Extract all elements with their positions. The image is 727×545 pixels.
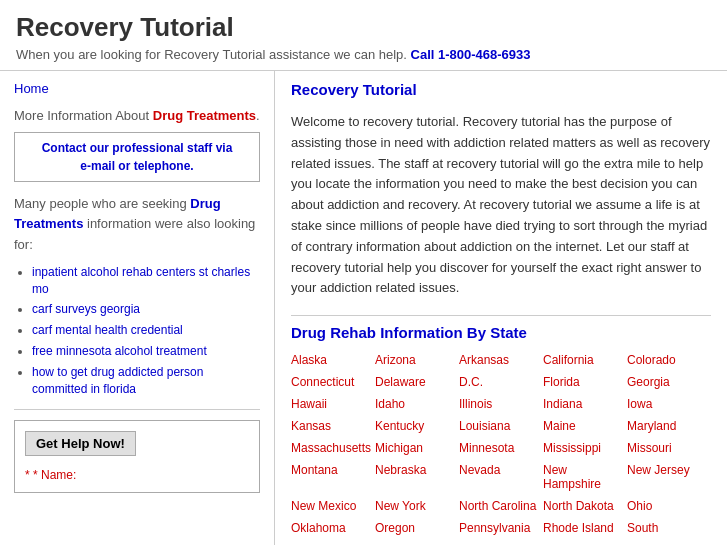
tagline-text: When you are looking for Recovery Tutori…: [16, 47, 407, 62]
state-link[interactable]: Oklahoma: [291, 519, 375, 537]
state-link[interactable]: Illinois: [459, 395, 543, 413]
get-help-button[interactable]: Get Help Now!: [25, 431, 136, 456]
state-link[interactable]: Rhode Island: [543, 519, 627, 537]
state-link[interactable]: Nebraska: [375, 461, 459, 493]
state-link[interactable]: Pennsylvania: [459, 519, 543, 537]
state-link[interactable]: South: [627, 519, 711, 537]
more-info-section: More Information About Drug Treatments.: [14, 106, 260, 126]
list-item: carf surveys georgia: [32, 301, 260, 318]
sidebar: Home More Information About Drug Treatme…: [0, 71, 275, 545]
state-link[interactable]: Mississippi: [543, 439, 627, 457]
bullet-link-3[interactable]: free minnesota alcohol treatment: [32, 344, 207, 358]
list-item: inpatient alcohol rehab centers st charl…: [32, 264, 260, 298]
state-link[interactable]: Idaho: [375, 395, 459, 413]
help-box: Get Help Now! * * Name:: [14, 420, 260, 493]
content-area: Home More Information About Drug Treatme…: [0, 71, 727, 545]
state-link[interactable]: Georgia: [627, 373, 711, 391]
state-link[interactable]: Oregon: [375, 519, 459, 537]
state-link[interactable]: Delaware: [375, 373, 459, 391]
bullet-link-2[interactable]: carf mental health credential: [32, 323, 183, 337]
bullet-list: inpatient alcohol rehab centers st charl…: [14, 264, 260, 398]
name-field-label: * * Name:: [25, 468, 249, 482]
intro-text: Welcome to recovery tutorial. Recovery t…: [291, 112, 711, 299]
page-title: Recovery Tutorial: [16, 12, 711, 43]
state-link[interactable]: Maryland: [627, 417, 711, 435]
state-link[interactable]: Massachusetts: [291, 439, 375, 457]
state-link[interactable]: Florida: [543, 373, 627, 391]
state-link[interactable]: Kansas: [291, 417, 375, 435]
state-link[interactable]: Kentucky: [375, 417, 459, 435]
state-link[interactable]: Alaska: [291, 351, 375, 369]
required-indicator: *: [25, 468, 33, 482]
drug-rehab-title: Drug Rehab Information By State: [291, 315, 711, 341]
recovery-tutorial-title: Recovery Tutorial: [291, 81, 711, 102]
state-link[interactable]: New Jersey: [627, 461, 711, 493]
state-link[interactable]: North Dakota: [543, 497, 627, 515]
more-info-suffix: .: [256, 108, 260, 123]
contact-box: Contact our professional staff via e-mai…: [14, 132, 260, 182]
contact-line2: e-mail or telephone.: [80, 159, 193, 173]
list-item: carf mental health credential: [32, 322, 260, 339]
state-link[interactable]: Louisiana: [459, 417, 543, 435]
state-link[interactable]: Connecticut: [291, 373, 375, 391]
state-link[interactable]: Hawaii: [291, 395, 375, 413]
state-link[interactable]: New Hampshire: [543, 461, 627, 493]
phone-number: Call 1-800-468-6933: [411, 47, 531, 62]
sidebar-divider: [14, 409, 260, 410]
state-link[interactable]: Indiana: [543, 395, 627, 413]
seeking-prefix: Many people who are seeking: [14, 196, 190, 211]
bullet-link-4[interactable]: how to get drug addicted person committe…: [32, 365, 203, 396]
state-link[interactable]: Maine: [543, 417, 627, 435]
state-link[interactable]: Colorado: [627, 351, 711, 369]
name-label-text: * Name:: [33, 468, 76, 482]
bullet-link-0[interactable]: inpatient alcohol rehab centers st charl…: [32, 265, 250, 296]
list-item: how to get drug addicted person committe…: [32, 364, 260, 398]
contact-line1: Contact our professional staff via: [42, 141, 233, 155]
main-content: Recovery Tutorial Welcome to recovery tu…: [275, 71, 727, 545]
state-link[interactable]: Ohio: [627, 497, 711, 515]
state-link[interactable]: Nevada: [459, 461, 543, 493]
state-link[interactable]: California: [543, 351, 627, 369]
state-link[interactable]: Arizona: [375, 351, 459, 369]
drug-treatments-link-1[interactable]: Drug Treatments: [153, 108, 256, 123]
tagline: When you are looking for Recovery Tutori…: [16, 47, 711, 62]
state-link[interactable]: D.C.: [459, 373, 543, 391]
state-link[interactable]: Iowa: [627, 395, 711, 413]
bullet-link-1[interactable]: carf surveys georgia: [32, 302, 140, 316]
state-link[interactable]: Arkansas: [459, 351, 543, 369]
state-link[interactable]: Minnesota: [459, 439, 543, 457]
state-link[interactable]: Michigan: [375, 439, 459, 457]
list-item: free minnesota alcohol treatment: [32, 343, 260, 360]
nav-home-link[interactable]: Home: [14, 81, 260, 96]
state-link[interactable]: North Carolina: [459, 497, 543, 515]
header: Recovery Tutorial When you are looking f…: [0, 0, 727, 71]
state-link[interactable]: Missouri: [627, 439, 711, 457]
seeking-section: Many people who are seeking Drug Treatme…: [14, 194, 260, 256]
state-link[interactable]: Montana: [291, 461, 375, 493]
states-grid: AlaskaArizonaArkansasCaliforniaColoradoC…: [291, 351, 711, 537]
state-link[interactable]: New Mexico: [291, 497, 375, 515]
page-wrapper: Recovery Tutorial When you are looking f…: [0, 0, 727, 545]
state-link[interactable]: New York: [375, 497, 459, 515]
more-info-prefix: More Information About: [14, 108, 153, 123]
